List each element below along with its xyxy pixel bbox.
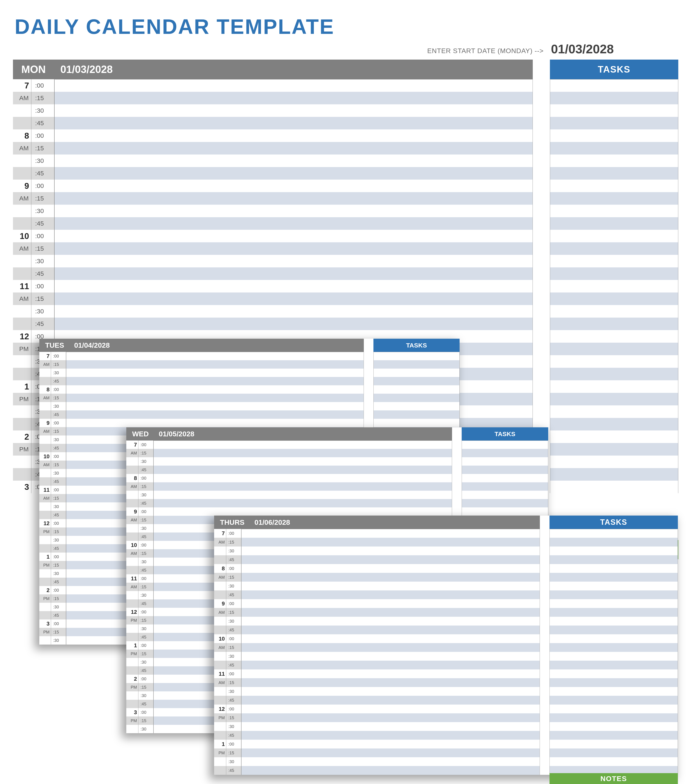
event-cell[interactable] — [54, 255, 533, 267]
task-cell[interactable] — [374, 410, 459, 419]
task-cell[interactable] — [550, 547, 678, 555]
task-cell[interactable] — [374, 419, 459, 427]
task-cell[interactable] — [550, 757, 678, 766]
event-cell[interactable] — [241, 634, 540, 643]
event-cell[interactable] — [54, 155, 533, 167]
task-cell[interactable] — [550, 555, 678, 564]
task-cell[interactable] — [462, 474, 548, 482]
task-cell[interactable] — [550, 217, 678, 230]
task-cell[interactable] — [550, 481, 678, 493]
event-cell[interactable] — [54, 117, 533, 129]
event-cell[interactable] — [241, 705, 540, 713]
task-cell[interactable] — [550, 393, 678, 405]
task-cell[interactable] — [550, 590, 678, 599]
task-cell[interactable] — [550, 318, 678, 330]
event-cell[interactable] — [153, 449, 452, 457]
task-cell[interactable] — [550, 705, 678, 713]
task-cell[interactable] — [550, 192, 678, 205]
task-cell[interactable] — [462, 466, 548, 474]
schedule-grid-thurs[interactable]: 7:00AM:15:30:458:00AM:15:30:459:00AM:15:… — [214, 529, 678, 775]
task-cell[interactable] — [550, 180, 678, 192]
task-cell[interactable] — [550, 660, 678, 669]
event-cell[interactable] — [241, 748, 540, 757]
event-cell[interactable] — [241, 722, 540, 731]
event-cell[interactable] — [241, 652, 540, 660]
task-cell[interactable] — [550, 368, 678, 380]
task-cell[interactable] — [462, 499, 548, 507]
event-cell[interactable] — [153, 440, 452, 449]
task-cell[interactable] — [550, 405, 678, 418]
task-cell[interactable] — [550, 343, 678, 355]
event-cell[interactable] — [241, 573, 540, 581]
event-cell[interactable] — [241, 555, 540, 564]
task-cell[interactable] — [550, 687, 678, 696]
event-cell[interactable] — [153, 507, 452, 516]
event-cell[interactable] — [241, 564, 540, 573]
event-cell[interactable] — [153, 457, 452, 466]
event-cell[interactable] — [54, 79, 533, 92]
task-cell[interactable] — [550, 443, 678, 456]
event-cell[interactable] — [241, 581, 540, 590]
task-cell[interactable] — [550, 330, 678, 343]
event-cell[interactable] — [54, 267, 533, 280]
task-cell[interactable] — [550, 669, 678, 678]
event-cell[interactable] — [241, 599, 540, 608]
task-cell[interactable] — [550, 468, 678, 481]
event-cell[interactable] — [241, 547, 540, 555]
event-cell[interactable] — [66, 419, 364, 427]
task-cell[interactable] — [550, 634, 678, 643]
task-cell[interactable] — [550, 573, 678, 581]
event-cell[interactable] — [54, 318, 533, 330]
task-cell[interactable] — [550, 255, 678, 267]
task-cell[interactable] — [462, 440, 548, 449]
event-cell[interactable] — [153, 466, 452, 474]
task-cell[interactable] — [550, 538, 678, 547]
event-cell[interactable] — [54, 104, 533, 117]
task-cell[interactable] — [374, 369, 459, 377]
task-cell[interactable] — [550, 748, 678, 757]
event-cell[interactable] — [153, 499, 452, 507]
event-cell[interactable] — [54, 142, 533, 155]
event-cell[interactable] — [241, 669, 540, 678]
task-cell[interactable] — [462, 457, 548, 466]
event-cell[interactable] — [54, 129, 533, 142]
event-cell[interactable] — [54, 205, 533, 217]
task-cell[interactable] — [550, 129, 678, 142]
event-cell[interactable] — [54, 217, 533, 230]
event-cell[interactable] — [66, 385, 364, 394]
task-cell[interactable] — [550, 142, 678, 155]
event-cell[interactable] — [241, 740, 540, 748]
event-cell[interactable] — [54, 305, 533, 318]
task-cell[interactable] — [550, 230, 678, 242]
event-cell[interactable] — [66, 352, 364, 360]
event-cell[interactable] — [241, 660, 540, 669]
task-cell[interactable] — [550, 267, 678, 280]
event-cell[interactable] — [66, 402, 364, 410]
event-cell[interactable] — [241, 696, 540, 705]
event-cell[interactable] — [241, 678, 540, 687]
event-cell[interactable] — [241, 590, 540, 599]
task-cell[interactable] — [550, 242, 678, 255]
task-cell[interactable] — [462, 449, 548, 457]
task-cell[interactable] — [550, 740, 678, 748]
task-cell[interactable] — [374, 385, 459, 394]
task-cell[interactable] — [462, 507, 548, 516]
task-cell[interactable] — [550, 529, 678, 538]
task-cell[interactable] — [550, 305, 678, 318]
task-cell[interactable] — [550, 678, 678, 687]
event-cell[interactable] — [241, 529, 540, 538]
task-cell[interactable] — [550, 713, 678, 722]
task-cell[interactable] — [550, 599, 678, 608]
task-cell[interactable] — [374, 360, 459, 369]
event-cell[interactable] — [66, 394, 364, 402]
event-cell[interactable] — [241, 713, 540, 722]
task-cell[interactable] — [550, 581, 678, 590]
event-cell[interactable] — [66, 377, 364, 385]
task-cell[interactable] — [374, 402, 459, 410]
task-cell[interactable] — [550, 104, 678, 117]
task-cell[interactable] — [374, 352, 459, 360]
event-cell[interactable] — [54, 180, 533, 192]
task-cell[interactable] — [550, 167, 678, 180]
event-cell[interactable] — [153, 482, 452, 491]
task-cell[interactable] — [374, 377, 459, 385]
